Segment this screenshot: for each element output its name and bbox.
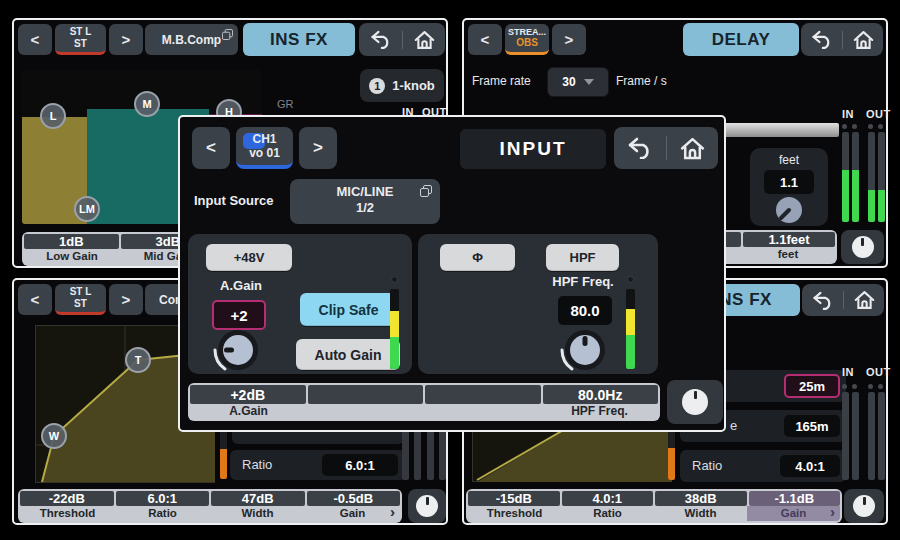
clip-dot (627, 276, 634, 283)
more-params-chevron-icon[interactable]: › (830, 504, 835, 519)
clip-safe-button[interactable]: Clip Safe (300, 293, 397, 326)
frame-rate-dropdown[interactable]: 30 (547, 67, 609, 97)
channel-select-button[interactable]: CH1 vo 01 (236, 127, 293, 169)
next-channel-button[interactable]: > (552, 24, 586, 55)
param-cell-hpffreq[interactable]: 80.0Hz (543, 385, 659, 404)
knob-icon (682, 389, 708, 415)
home-icon[interactable] (853, 30, 874, 50)
prev-channel-button[interactable]: < (18, 284, 52, 315)
param-label-ratio: Ratio (115, 506, 210, 521)
in-meter-label: IN (842, 366, 854, 378)
home-icon[interactable] (414, 30, 435, 50)
frame-rate-label: Frame rate (472, 74, 531, 88)
channel-sub: ST (74, 298, 87, 310)
gr-label: GR (277, 98, 294, 110)
out-meter (878, 392, 885, 480)
gain-label: Gain (340, 507, 366, 519)
gain-label: Gain (781, 507, 807, 519)
home-icon[interactable] (680, 137, 705, 160)
channel-select-button[interactable]: STREA... OBS (505, 24, 549, 55)
gain-section: +48V A.Gain +2 Clip Safe Auto Gain (188, 234, 412, 374)
param-cell-threshold[interactable]: -22dB (20, 491, 114, 506)
screen-title: INS FX (243, 23, 355, 56)
out-meter-label: OUT (866, 108, 891, 120)
param-cell-gain-selected[interactable]: -1.1dB (749, 491, 841, 506)
hpf-button[interactable]: HPF (546, 244, 619, 271)
param-label-gain-selected: Gain› (747, 506, 840, 521)
ratio-value[interactable]: 6.0:1 (322, 454, 398, 476)
next-channel-button[interactable]: > (299, 127, 337, 169)
param-cell-gain[interactable]: -0.5dB (307, 491, 401, 506)
band-handle-mid[interactable]: M (134, 91, 160, 117)
dropdown-caret-icon (584, 79, 594, 85)
out-clip-dot (868, 384, 873, 389)
band-handle-lowmid[interactable]: LM (74, 196, 100, 222)
param-cell-ratio[interactable]: 6.0:1 (116, 491, 210, 506)
param-cell-ratio[interactable]: 4.0:1 (562, 491, 654, 506)
band-handle-low[interactable]: L (40, 103, 66, 129)
home-icon[interactable] (854, 290, 875, 310)
auto-gain-button[interactable]: Auto Gain (296, 339, 400, 370)
phase-button[interactable]: Φ (440, 244, 515, 271)
undo-icon[interactable] (370, 30, 392, 49)
param-label-threshold: Threshold (468, 506, 561, 521)
knob-icon (416, 495, 438, 517)
nav-group (359, 23, 445, 56)
knob-mode-button[interactable] (667, 380, 723, 424)
undo-icon[interactable] (811, 30, 833, 49)
out-meter (868, 132, 875, 222)
channel-name: CH1 (252, 132, 276, 146)
delay-feet-box: feet 1.1 (750, 148, 828, 226)
one-knob-badge-icon: 1 (369, 78, 385, 94)
modal-title: INPUT (460, 129, 606, 169)
param-cell-2[interactable] (308, 385, 424, 404)
knob-mode-button[interactable] (408, 489, 446, 523)
param-cell-threshold[interactable]: -15dB (468, 491, 560, 506)
width-handle[interactable]: W (41, 423, 67, 449)
one-knob-button[interactable]: 1 1-knob (360, 69, 444, 102)
channel-select-button[interactable]: ST L ST (55, 24, 106, 55)
frame-rate-unit: Frame / s (616, 74, 667, 88)
input-source-button[interactable]: MIC/LINE 1/2 (290, 179, 440, 224)
param-cell-width[interactable]: 38dB (655, 491, 747, 506)
param-label-gain: Gain› (305, 506, 400, 521)
prev-channel-button[interactable]: < (18, 24, 52, 55)
feet-value[interactable]: 1.1 (764, 170, 814, 194)
param-footer: -22dB 6.0:1 47dB -0.5dB Threshold Ratio … (18, 489, 402, 523)
param-cell-width[interactable]: 47dB (211, 491, 305, 506)
divider (666, 136, 667, 160)
preset-button[interactable]: M.B.Comp (145, 24, 238, 55)
param-cell-feet[interactable]: 1.1feet (743, 232, 835, 247)
channel-select-button[interactable]: ST L ST (55, 284, 106, 315)
knob-icon (853, 495, 875, 517)
phantom-48v-button[interactable]: +48V (206, 244, 292, 271)
in-meter (842, 132, 849, 222)
in-clip-dot (852, 124, 857, 129)
attack-value[interactable]: 25m (784, 374, 840, 398)
param-cell-3[interactable] (425, 385, 541, 404)
threshold-handle[interactable]: T (125, 347, 151, 373)
param-cell-lowgain[interactable]: 1dB (24, 234, 119, 249)
hpf-freq-value[interactable]: 80.0 (558, 296, 612, 325)
channel-sub: OBS (516, 37, 538, 49)
hpf-freq-knob[interactable] (559, 324, 611, 376)
divider (402, 31, 403, 49)
undo-icon[interactable] (812, 291, 834, 310)
more-params-chevron-icon[interactable]: › (390, 504, 395, 519)
release-value[interactable]: 165m (784, 415, 840, 437)
again-knob[interactable] (212, 324, 264, 376)
hpf-freq-label: HPF Freq. (543, 274, 623, 289)
feet-knob[interactable] (772, 193, 806, 227)
prev-channel-button[interactable]: < (192, 127, 230, 169)
ratio-value[interactable]: 4.0:1 (780, 455, 840, 477)
knob-mode-button[interactable] (841, 230, 884, 264)
out-meter (868, 392, 875, 480)
prev-channel-button[interactable]: < (468, 24, 502, 55)
in-meter (842, 392, 849, 480)
next-channel-button[interactable]: > (109, 24, 143, 55)
undo-icon[interactable] (627, 137, 653, 159)
param-cell-again[interactable]: +2dB (190, 385, 306, 404)
knob-mode-button[interactable] (844, 489, 884, 523)
release-label: e (730, 418, 737, 433)
next-channel-button[interactable]: > (109, 284, 143, 315)
